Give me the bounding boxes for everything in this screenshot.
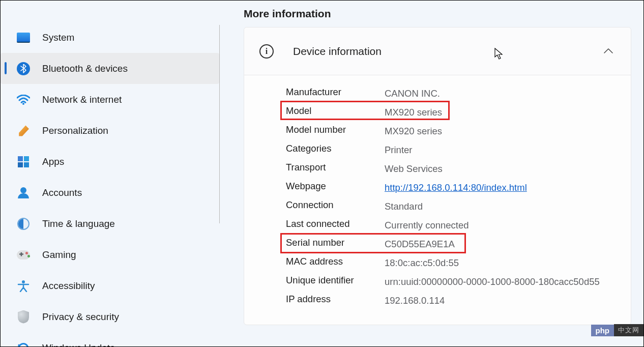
value-uid: urn:uuid:00000000-0000-1000-8000-180cacc… [385, 274, 616, 289]
label-last-connected: Last connected [286, 217, 385, 229]
value-model-number: MX920 series [385, 123, 616, 138]
value-categories: Printer [385, 142, 616, 157]
card-title: Device information [293, 45, 382, 57]
svg-point-0 [22, 103, 24, 105]
sidebar-item-label: Accessibility [42, 280, 95, 292]
apps-icon [17, 155, 30, 168]
chevron-up-icon[interactable] [603, 47, 613, 56]
sidebar-item-label: Bluetooth & devices [42, 63, 128, 74]
value-mac: 18:0c:ac:c5:0d:55 [385, 255, 616, 270]
update-icon [17, 341, 30, 348]
sidebar-item-label: System [42, 32, 74, 43]
privacy-icon [17, 310, 30, 324]
sidebar-item-bluetooth-devices[interactable]: Bluetooth & devices [1, 53, 219, 84]
sidebar-item-label: Gaming [42, 249, 76, 261]
sidebar-item-gaming[interactable]: Gaming [1, 239, 219, 270]
label-manufacturer: Manufacturer [286, 85, 385, 98]
label-mac: MAC address [286, 255, 385, 267]
row-webpage: Webpagehttp://192.168.0.114:80/index.htm… [286, 180, 616, 198]
card-header[interactable]: i Device information [244, 27, 631, 75]
label-categories: Categories [286, 142, 385, 154]
sidebar-item-accounts[interactable]: Accounts [1, 177, 219, 208]
row-connection: ConnectionStandard [286, 198, 616, 217]
sidebar-item-label: Accounts [42, 187, 82, 198]
row-manufacturer: ManufacturerCANON INC. [286, 85, 616, 104]
sidebar-item-windows-update[interactable]: Windows Update [1, 332, 219, 347]
value-connection: Standard [385, 198, 616, 214]
sidebar-item-network[interactable]: Network & internet [1, 84, 219, 115]
main-content: More information i Device information Ma… [219, 1, 643, 346]
value-serial: C50D55EA9E1A [385, 236, 616, 251]
page-title: More information [244, 8, 631, 20]
row-model: ModelMX920 series [286, 104, 616, 123]
label-webpage: Webpage [286, 180, 385, 192]
device-info-card: i Device information ManufacturerCANON I… [244, 27, 631, 325]
watermark-right: 中文网 [614, 324, 643, 336]
sidebar-item-label: Privacy & security [42, 311, 119, 323]
time-language-icon [17, 217, 30, 230]
row-transport: TransportWeb Services [286, 161, 616, 180]
settings-sidebar: System Bluetooth & devices Network & int… [1, 1, 219, 346]
row-ip: IP address192.168.0.114 [286, 293, 616, 311]
sidebar-item-label: Personalization [42, 125, 108, 136]
label-model-number: Model number [286, 123, 385, 135]
bluetooth-icon [17, 62, 30, 75]
value-manufacturer: CANON INC. [385, 85, 616, 101]
sidebar-item-label: Time & language [42, 218, 115, 229]
gaming-icon [17, 248, 30, 262]
row-serial: Serial numberC50D55EA9E1A [286, 236, 616, 255]
accounts-icon [17, 186, 30, 199]
label-ip: IP address [286, 293, 385, 305]
accessibility-icon [17, 279, 30, 293]
sidebar-item-system[interactable]: System [1, 22, 219, 53]
row-model-number: Model numberMX920 series [286, 123, 616, 142]
label-uid: Unique identifier [286, 274, 385, 286]
sidebar-item-apps[interactable]: Apps [1, 146, 219, 177]
svg-point-1 [22, 280, 25, 283]
card-body: ManufacturerCANON INC. ModelMX920 series… [244, 75, 631, 311]
info-icon: i [259, 44, 274, 59]
network-icon [17, 93, 30, 106]
link-webpage[interactable]: http://192.168.0.114:80/index.html [385, 182, 527, 193]
sidebar-item-label: Apps [42, 156, 64, 167]
row-last-connected: Last connectedCurrently connected [286, 217, 616, 236]
row-categories: CategoriesPrinter [286, 142, 616, 161]
sidebar-item-accessibility[interactable]: Accessibility [1, 270, 219, 301]
value-transport: Web Services [385, 161, 616, 176]
system-icon [17, 31, 30, 44]
sidebar-item-privacy-security[interactable]: Privacy & security [1, 301, 219, 332]
watermark-badge: php 中文网 [591, 324, 644, 336]
label-connection: Connection [286, 198, 385, 211]
value-ip: 192.168.0.114 [385, 293, 616, 308]
row-mac: MAC address18:0c:ac:c5:0d:55 [286, 255, 616, 274]
value-last-connected: Currently connected [385, 217, 616, 233]
sidebar-item-personalization[interactable]: Personalization [1, 115, 219, 146]
sidebar-item-time-language[interactable]: Time & language [1, 208, 219, 239]
label-serial: Serial number [286, 236, 385, 248]
label-model: Model [286, 104, 385, 117]
label-transport: Transport [286, 161, 385, 173]
sidebar-item-label: Network & internet [42, 94, 122, 105]
personalization-icon [17, 124, 30, 137]
row-uid: Unique identifierurn:uuid:00000000-0000-… [286, 274, 616, 293]
watermark-left: php [591, 325, 614, 336]
value-model: MX920 series [385, 104, 616, 120]
mouse-cursor-icon [494, 48, 504, 59]
sidebar-item-label: Windows Update [42, 342, 115, 348]
